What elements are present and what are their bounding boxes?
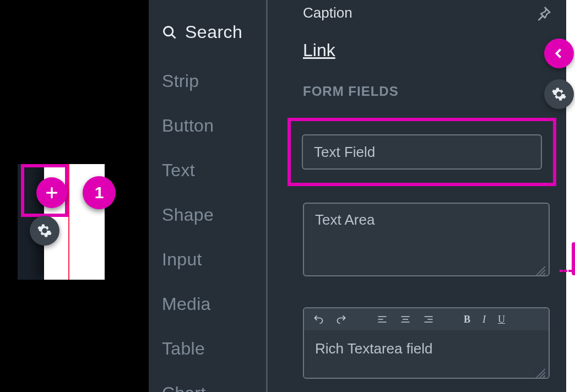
pin-icon [535,6,552,22]
align-left-icon[interactable] [377,314,388,325]
link-item[interactable]: Link [303,40,335,61]
search-row[interactable]: Search [149,22,266,59]
panel-settings-button[interactable] [544,79,574,109]
rich-textarea-label: Rich Textarea field [315,340,432,357]
text-field-item[interactable]: Text Field [288,118,556,186]
category-strip[interactable]: Strip [149,59,266,104]
resize-handle-icon [534,262,545,273]
right-gutter [566,0,575,392]
collapse-panel-button[interactable] [544,39,574,68]
search-icon [162,25,177,40]
svg-point-0 [164,26,173,35]
text-area-label: Text Area [315,211,375,228]
undo-icon[interactable] [313,314,324,325]
text-area-item[interactable]: Text Area [303,203,550,276]
element-settings-button[interactable] [30,216,59,246]
rich-text-toolbar: B I U [304,308,549,330]
drag-handle-icon [558,264,575,268]
pin-panel-button[interactable] [534,4,553,23]
align-right-icon[interactable] [423,314,434,325]
category-button[interactable]: Button [149,104,266,148]
canvas-column: 1 [0,0,149,392]
caption-item[interactable]: Caption [303,0,550,21]
align-center-icon[interactable] [400,314,411,325]
marker-guideline [68,164,69,280]
rich-textarea-item[interactable]: B I U Rich Textarea field [303,307,550,379]
step-badge-number: 1 [95,183,104,202]
gear-icon [551,86,567,102]
category-table[interactable]: Table [149,326,266,371]
italic-icon[interactable]: I [482,314,486,325]
underline-icon[interactable]: U [498,314,505,325]
step-badge: 1 [83,176,116,209]
category-media[interactable]: Media [149,282,266,326]
bold-icon[interactable]: B [464,314,470,325]
search-label: Search [185,22,242,42]
redo-icon[interactable] [336,314,347,325]
add-element-button[interactable] [36,177,67,208]
chevron-left-icon [553,47,565,59]
text-field-label: Text Field [314,144,375,161]
component-marker: 1 [18,164,106,281]
scrollbar-thumb[interactable] [572,242,575,275]
category-input[interactable]: Input [149,237,266,282]
category-shape[interactable]: Shape [149,193,266,237]
svg-line-1 [172,35,175,38]
gear-icon [37,223,52,238]
plus-icon [45,186,59,200]
category-sidebar: Search Strip Button Text Shape Input Med… [149,0,268,392]
category-text[interactable]: Text [149,148,266,193]
category-chart[interactable]: Chart [149,371,266,392]
detail-panel: Caption Link FORM FIELDS Text Field Text… [268,0,566,392]
text-field-preview: Text Field [302,134,542,170]
rich-textarea-body: Rich Textarea field [304,330,549,378]
resize-handle-icon [534,364,545,375]
form-fields-heading: FORM FIELDS [303,84,550,99]
